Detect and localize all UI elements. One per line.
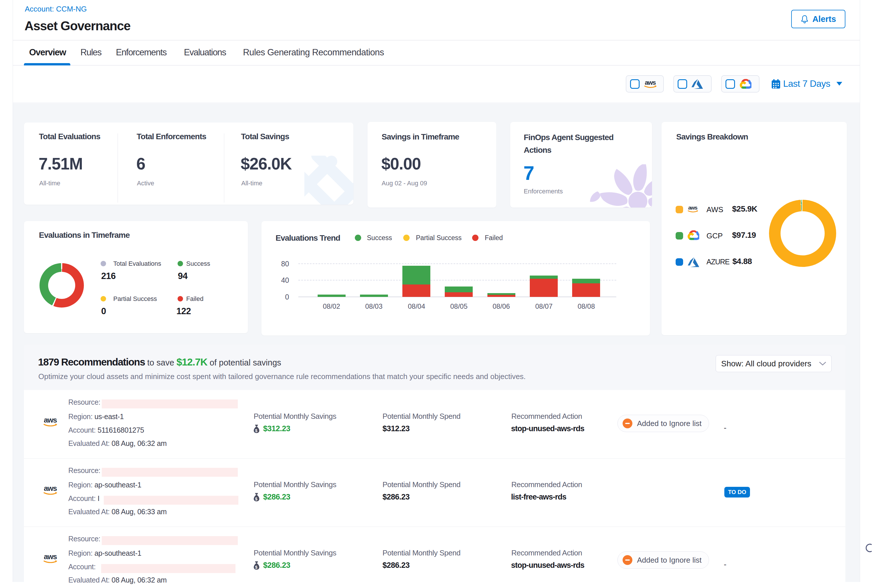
svg-text:$: $ [255, 565, 257, 570]
svg-text:aws: aws [44, 484, 57, 493]
svg-text:aws: aws [44, 416, 57, 424]
svg-text:aws: aws [44, 552, 57, 561]
svg-text:aws: aws [645, 79, 656, 86]
svg-text:$: $ [255, 428, 257, 433]
svg-text:aws: aws [688, 205, 697, 211]
svg-text:$: $ [255, 496, 257, 501]
